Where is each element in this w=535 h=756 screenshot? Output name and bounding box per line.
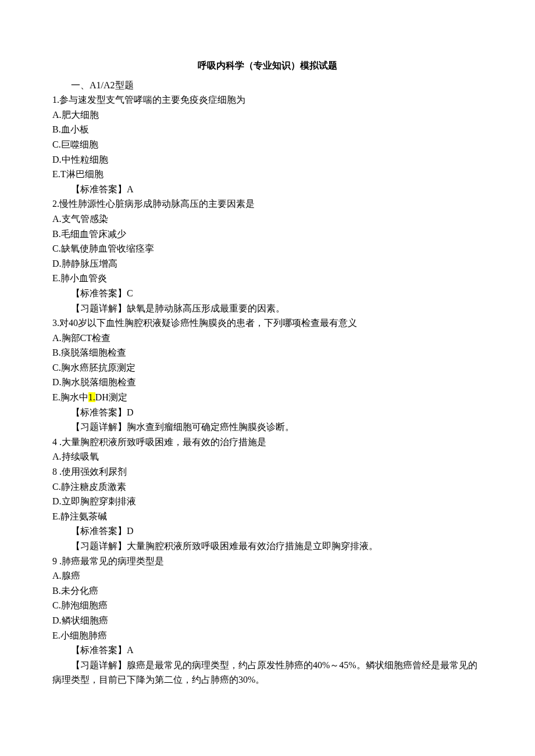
q5-explain: 【习题详解】腺癌是最常见的病理类型，约占原发性肺癌的40%～45%。鳞状细胞癌曾… [52, 658, 483, 687]
q1-stem: 1.参与速发型支气管哮喘的主要免疫炎症细胞为 [52, 92, 483, 108]
q1-option-c: C.巨噬细胞 [52, 137, 483, 152]
q4-option-c: C.静注糖皮质激素 [52, 479, 483, 495]
q5-answer: 【标准答案】A [52, 643, 483, 658]
q4-answer: 【标准答案】D [52, 524, 483, 539]
q4-option-e: E.静注氨茶碱 [52, 509, 483, 524]
q5-option-a: A.腺癌 [52, 568, 483, 583]
document-page: 呼吸内科学（专业知识）模拟试题 一、A1/A2型题 1.参与速发型支气管哮喘的主… [0, 0, 535, 756]
q3-option-a: A.胸部CT检查 [52, 331, 483, 346]
q3-explain: 【习题详解】胸水查到瘤细胞可确定癌性胸膜炎诊断。 [52, 420, 483, 435]
q1-option-b: B.血小板 [52, 122, 483, 137]
q2-option-c: C.缺氧使肺血管收缩痉挛 [52, 241, 483, 256]
q5-option-e: E.小细胞肺癌 [52, 628, 483, 643]
q3-e-post: DH测定 [95, 392, 127, 402]
q1-answer: 【标准答案】A [52, 182, 483, 197]
highlight-text: 1. [88, 392, 95, 402]
q2-explain: 【习题详解】缺氧是肺动脉高压形成最重要的因素。 [52, 301, 483, 316]
q5-option-c: C.肺泡细胞癌 [52, 598, 483, 613]
q4-option-a: A.持续吸氧 [52, 449, 483, 464]
q2-option-e: E.肺小血管炎 [52, 271, 483, 286]
q3-e-pre: E.胸水中 [52, 392, 88, 402]
q4-option-d: D.立即胸腔穿刺排液 [52, 494, 483, 509]
q3-answer: 【标准答案】D [52, 405, 483, 420]
q2-stem: 2.慢性肺源性心脏病形成肺动脉高压的主要因素是 [52, 196, 483, 212]
q1-option-a: A.肥大细胞 [52, 108, 483, 123]
q5-option-d: D.鳞状细胞癌 [52, 613, 483, 628]
q4-explain: 【习题详解】大量胸腔积液所致呼吸困难最有效治疗措施是立即胸穿排液。 [52, 539, 483, 554]
q1-option-d: D.中性粒细胞 [52, 152, 483, 167]
q2-answer: 【标准答案】C [52, 286, 483, 301]
q2-option-b: B.毛细血管床减少 [52, 227, 483, 242]
q4-option-b: 8 .使用强效利尿剂 [52, 464, 483, 479]
q3-option-e: E.胸水中1.DH测定 [52, 390, 483, 405]
q2-option-d: D.肺静脉压增高 [52, 256, 483, 271]
q5-stem: 9 .肺癌最常见的病理类型是 [52, 554, 483, 569]
q3-option-c: C.胸水癌胚抗原测定 [52, 360, 483, 375]
q3-option-b: B.痰脱落细胞检查 [52, 345, 483, 360]
q4-stem: 4 .大量胸腔积液所致呼吸困难，最有效的治疗措施是 [52, 435, 483, 450]
q1-option-e: E.T淋巴细胞 [52, 167, 483, 182]
q3-stem: 3.对40岁以下血性胸腔积液疑诊癌性胸膜炎的患者，下列哪项检查最有意义 [52, 316, 483, 331]
q2-option-a: A.支气管感染 [52, 212, 483, 227]
q5-option-b: B.未分化癌 [52, 583, 483, 599]
section-heading: 一、A1/A2型题 [52, 78, 483, 93]
document-title: 呼吸内科学（专业知识）模拟试题 [52, 58, 483, 73]
q3-option-d: D.胸水脱落细胞检查 [52, 375, 483, 390]
